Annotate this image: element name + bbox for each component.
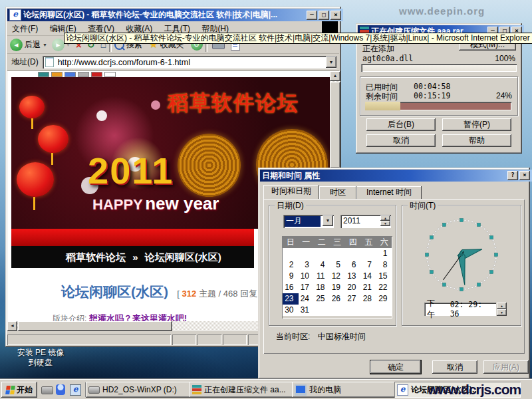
weekday: 一 <box>299 237 315 248</box>
help-button[interactable]: 帮助 <box>442 134 511 147</box>
time-field[interactable]: 下午 02: 29: 36 <box>424 303 496 316</box>
remaining-label: 剩余时间 <box>366 91 398 102</box>
calendar-day[interactable]: 19 <box>330 282 346 293</box>
calendar-day[interactable]: 14 <box>361 271 377 282</box>
zodiac-ornament <box>178 134 241 197</box>
replies-count: 468 <box>223 289 238 299</box>
calendar-day[interactable]: 1 <box>376 248 392 259</box>
tooltip: 论坛闲聊区(水区) - 稻草软件论坛-专业的电脑交流社区 软件|技术|电脑|交流… <box>64 33 532 44</box>
close-icon[interactable]: × <box>331 11 341 20</box>
calendar-day[interactable]: 17 <box>299 282 315 293</box>
tab-timezone[interactable]: 时区 <box>319 186 356 199</box>
page-chip <box>78 72 89 77</box>
quicklaunch-user-icon[interactable] <box>56 384 65 395</box>
page-chip <box>51 72 63 77</box>
time-groupbox: 已用时间 00:04:58 剩余时间 00:15:19 24% <box>360 76 518 116</box>
file-percent: 100% <box>495 54 515 63</box>
close-icon[interactable]: × <box>519 171 530 180</box>
spin-up-icon[interactable]: ▲ <box>380 215 390 221</box>
calendar-day[interactable]: 7 <box>361 259 377 271</box>
time-group: 时间(T) 下午 02: 29: 36 ▲ ▼ <box>402 205 521 326</box>
quicklaunch-ie-icon[interactable]: e <box>70 384 81 396</box>
tab-internet-time[interactable]: Internet 时间 <box>356 186 422 199</box>
page-chip <box>38 72 49 77</box>
start-button[interactable]: 开始 <box>1 382 37 398</box>
vertical-scrollbar-thumb[interactable] <box>330 82 340 168</box>
datetime-titlebar[interactable]: 日期和时间 属性 ? × <box>260 170 532 182</box>
calendar-day[interactable]: 21 <box>361 282 377 293</box>
calendar-day[interactable]: 13 <box>345 271 361 282</box>
forum-heading[interactable]: 论坛闲聊区(水区) <box>61 284 168 299</box>
banner-greeting: HAPPY new year <box>92 194 219 214</box>
timezone-value: 中国标准时间 <box>318 332 366 341</box>
calendar-day[interactable]: 28 <box>361 293 377 305</box>
scroll-left-icon[interactable]: ◄ <box>7 321 17 331</box>
back-button[interactable]: ◄ 后退 ▼ <box>10 39 47 51</box>
weekday: 六 <box>376 237 392 248</box>
month-select[interactable]: 一月 ▼ <box>283 215 334 228</box>
quicklaunch-drive-icon[interactable] <box>41 386 53 394</box>
page-chip <box>104 72 116 77</box>
page-chip-row <box>38 72 118 77</box>
address-label: 地址(D) <box>11 57 39 68</box>
calendar-day[interactable]: 23 <box>283 293 299 305</box>
desktop-icon-label[interactable]: 安装 PE 镜像 到硬盘 <box>4 348 77 368</box>
calendar-day[interactable]: 2 <box>283 259 299 271</box>
desktop: www.deepin.org 安装 PE 镜像 到硬盘 e 论坛闲聊区(水区) … <box>0 0 532 399</box>
cancel-button[interactable]: 取消 <box>366 134 436 147</box>
month-dropdown-icon[interactable]: ▼ <box>323 215 333 226</box>
elapsed-value: 00:04:58 <box>414 82 450 91</box>
calendar-day[interactable]: 18 <box>314 282 330 293</box>
address-input[interactable]: http://www.dcrjs.com/forum-6-1.html ▼ <box>43 56 336 68</box>
calendar-day[interactable]: 30 <box>283 305 299 316</box>
calendar-day[interactable]: 29 <box>376 293 392 305</box>
spin-down-icon[interactable]: ▼ <box>497 309 507 316</box>
tab-time-and-date[interactable]: 时间和日期 <box>263 185 319 199</box>
calendar-day[interactable]: 20 <box>345 282 361 293</box>
calendar-day[interactable]: 9 <box>283 271 299 282</box>
ie-titlebar[interactable]: e 论坛闲聊区(水区) - 稻草软件论坛-专业的电脑交流社区 软件|技术|电脑|… <box>7 9 343 21</box>
adding-label: 正在添加 <box>362 43 394 55</box>
cancel-button[interactable]: 取消 <box>432 360 477 374</box>
calendar-day[interactable]: 11 <box>314 271 330 282</box>
back-dropdown-icon[interactable]: ▼ <box>43 43 47 47</box>
date-group-label: 日期(D) <box>275 200 306 211</box>
breadcrumb-root[interactable]: 稻草软件论坛 <box>66 251 126 263</box>
stats-bracket: [ <box>177 289 180 299</box>
calendar-day[interactable]: 22 <box>376 282 392 293</box>
ok-button[interactable]: 确定 <box>370 360 421 374</box>
menu-file[interactable]: 文件(F) <box>7 21 43 37</box>
maximize-icon[interactable]: □ <box>319 11 329 20</box>
calendar-day[interactable]: 8 <box>376 259 392 271</box>
calendar-day[interactable]: 10 <box>299 271 315 282</box>
spin-down-icon[interactable]: ▼ <box>380 221 390 226</box>
year-spinner[interactable]: 2011 ▲ ▼ <box>340 215 391 228</box>
calendar-day[interactable]: 12 <box>330 271 346 282</box>
help-icon[interactable]: ? <box>507 171 518 180</box>
calendar-day <box>330 305 346 316</box>
scroll-up-icon[interactable]: ▲ <box>330 71 340 81</box>
spin-up-icon[interactable]: ▲ <box>497 303 507 309</box>
address-dropdown-icon[interactable]: ▼ <box>326 57 336 68</box>
breadcrumb-current[interactable]: 论坛闲聊区(水区) <box>145 251 221 263</box>
remaining-value: 00:15:19 <box>414 91 450 100</box>
calendar-day[interactable]: 26 <box>330 293 346 305</box>
calendar-day[interactable]: 15 <box>376 271 392 282</box>
calendar-day[interactable]: 5 <box>330 259 346 271</box>
task-my-computer[interactable]: 我的电脑 <box>292 382 397 398</box>
calendar-day[interactable]: 4 <box>314 259 330 271</box>
task-winrar[interactable]: 正在创建压缩文件 aa... <box>190 382 295 398</box>
task-hd2[interactable]: HD2_OS-WinXP (D:) <box>86 382 192 398</box>
calendar-day[interactable]: 16 <box>283 282 299 293</box>
background-button[interactable]: 后台(B) <box>366 118 436 131</box>
pause-button[interactable]: 暂停(P) <box>442 118 511 131</box>
calendar-day[interactable]: 6 <box>345 259 361 271</box>
calendar-day[interactable]: 3 <box>299 259 315 271</box>
minimize-icon[interactable]: ─ <box>307 11 317 20</box>
calendar-day[interactable]: 27 <box>345 293 361 305</box>
calendar-day[interactable]: 25 <box>314 293 330 305</box>
horizontal-scrollbar-thumb[interactable] <box>18 321 172 331</box>
lantern-tassel <box>31 118 33 129</box>
calendar-day[interactable]: 31 <box>299 305 315 316</box>
calendar-day[interactable]: 24 <box>299 293 315 305</box>
